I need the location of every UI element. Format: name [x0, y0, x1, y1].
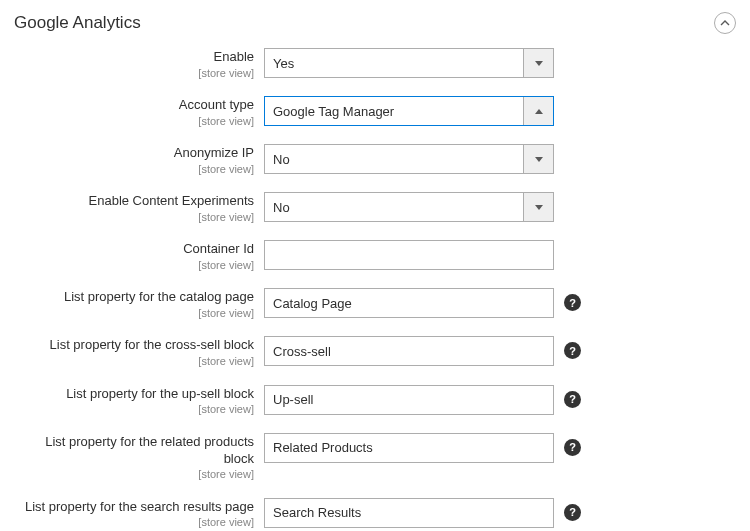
field-container-id: Container Id [store view]	[14, 240, 736, 272]
field-account-type: Account type [store view] Google Tag Man…	[14, 96, 736, 128]
anonymize-ip-select[interactable]: No	[264, 144, 554, 174]
scope-label: [store view]	[14, 67, 254, 80]
help-icon[interactable]: ?	[564, 439, 581, 456]
help-icon[interactable]: ?	[564, 504, 581, 521]
field-list-search: List property for the search results pag…	[14, 498, 736, 530]
select-value: No	[273, 200, 545, 215]
help-icon[interactable]: ?	[564, 391, 581, 408]
svg-marker-0	[535, 61, 543, 66]
scope-label: [store view]	[14, 516, 254, 529]
scope-label: [store view]	[14, 115, 254, 128]
section-title: Google Analytics	[14, 13, 141, 33]
chevron-up-icon	[523, 97, 553, 125]
svg-marker-1	[535, 109, 543, 114]
list-up-sell-input[interactable]	[264, 385, 554, 415]
section-header: Google Analytics	[14, 12, 736, 48]
list-catalog-input[interactable]	[264, 288, 554, 318]
scope-label: [store view]	[14, 259, 254, 272]
list-cross-sell-input[interactable]	[264, 336, 554, 366]
svg-marker-3	[535, 205, 543, 210]
chevron-up-icon	[720, 20, 730, 26]
scope-label: [store view]	[14, 355, 254, 368]
chevron-down-icon	[523, 145, 553, 173]
field-label: Account type	[14, 97, 254, 114]
field-list-cross-sell: List property for the cross-sell block […	[14, 336, 736, 368]
scope-label: [store view]	[14, 211, 254, 224]
svg-marker-2	[535, 157, 543, 162]
field-label: List property for the cross-sell block	[14, 337, 254, 354]
field-label: Container Id	[14, 241, 254, 258]
account-type-select[interactable]: Google Tag Manager	[264, 96, 554, 126]
select-value: No	[273, 152, 545, 167]
scope-label: [store view]	[14, 468, 254, 481]
help-icon[interactable]: ?	[564, 294, 581, 311]
field-anonymize-ip: Anonymize IP [store view] No	[14, 144, 736, 176]
select-value: Yes	[273, 56, 545, 71]
chevron-down-icon	[523, 193, 553, 221]
container-id-input[interactable]	[264, 240, 554, 270]
field-label: Enable	[14, 49, 254, 66]
collapse-toggle-button[interactable]	[714, 12, 736, 34]
select-value: Google Tag Manager	[273, 104, 545, 119]
field-label: List property for the up-sell block	[14, 386, 254, 403]
field-enable: Enable [store view] Yes	[14, 48, 736, 80]
field-list-related: List property for the related products b…	[14, 433, 736, 482]
field-label: Enable Content Experiments	[14, 193, 254, 210]
field-label: List property for the search results pag…	[14, 499, 254, 516]
scope-label: [store view]	[14, 403, 254, 416]
list-related-input[interactable]	[264, 433, 554, 463]
enable-content-experiments-select[interactable]: No	[264, 192, 554, 222]
field-label: List property for the catalog page	[14, 289, 254, 306]
list-search-input[interactable]	[264, 498, 554, 528]
enable-select[interactable]: Yes	[264, 48, 554, 78]
scope-label: [store view]	[14, 307, 254, 320]
help-icon[interactable]: ?	[564, 342, 581, 359]
field-enable-content-experiments: Enable Content Experiments [store view] …	[14, 192, 736, 224]
field-label: List property for the related products b…	[14, 434, 254, 468]
field-label: Anonymize IP	[14, 145, 254, 162]
field-list-catalog: List property for the catalog page [stor…	[14, 288, 736, 320]
scope-label: [store view]	[14, 163, 254, 176]
field-list-up-sell: List property for the up-sell block [sto…	[14, 385, 736, 417]
chevron-down-icon	[523, 49, 553, 77]
